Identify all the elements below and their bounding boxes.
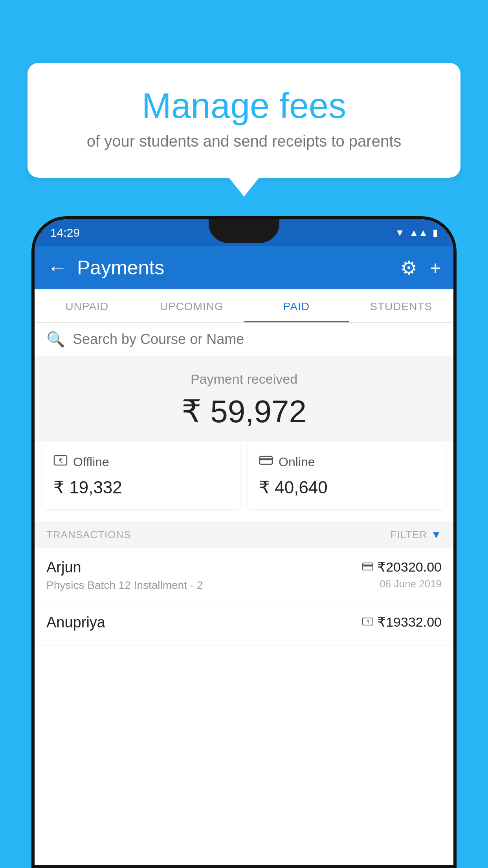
tab-students[interactable]: STUDENTS	[349, 289, 454, 322]
transaction-right-1: ₹20320.00 06 June 2019	[362, 559, 442, 590]
offline-card-icon: ₹	[53, 453, 68, 471]
phone-screen: 14:29 ▼ ▲▲ ▮ ← Payments ⚙ + UNPAID	[35, 219, 453, 865]
svg-text:₹: ₹	[59, 457, 62, 464]
tab-upcoming[interactable]: UPCOMING	[139, 289, 244, 322]
transaction-row-2[interactable]: Anupriya ₹ ₹19332.00	[35, 603, 453, 645]
settings-icon[interactable]: ⚙	[400, 257, 417, 279]
offline-card: ₹ Offline ₹ 19,332	[42, 441, 240, 509]
status-time: 14:29	[50, 226, 80, 239]
transaction-date-1: 06 June 2019	[362, 578, 442, 590]
speech-bubble-card: Manage fees of your students and send re…	[28, 63, 460, 178]
filter-label: FILTER	[391, 529, 427, 541]
offline-card-type: Offline	[73, 455, 109, 469]
transactions-label: TRANSACTIONS	[46, 529, 131, 541]
transaction-course-1: Physics Batch 12 Installment - 2	[46, 579, 203, 592]
transaction-name-2: Anupriya	[46, 614, 105, 631]
offline-card-header: ₹ Offline	[53, 453, 229, 471]
transaction-list: Arjun Physics Batch 12 Installment - 2	[35, 548, 453, 645]
status-bar: 14:29 ▼ ▲▲ ▮	[35, 219, 453, 246]
filter-icon: ▼	[431, 529, 442, 541]
app-bar-title: Payments	[77, 256, 400, 279]
payment-amount: ₹ 59,972	[46, 393, 442, 430]
add-icon[interactable]: +	[430, 257, 441, 279]
svg-rect-3	[260, 458, 272, 460]
svg-text:₹: ₹	[367, 620, 369, 624]
status-icons: ▼ ▲▲ ▮	[395, 227, 438, 238]
transaction-amount-2: ₹19332.00	[377, 614, 442, 630]
app-bar: ← Payments ⚙ +	[35, 246, 453, 289]
online-card-icon	[259, 453, 273, 471]
speech-bubble-subtitle: of your students and send receipts to pa…	[47, 132, 441, 150]
transaction-row[interactable]: Arjun Physics Batch 12 Installment - 2	[35, 548, 453, 603]
app-bar-actions: ⚙ +	[400, 257, 441, 279]
offline-payment-icon-2: ₹	[362, 616, 373, 628]
transaction-right-2: ₹ ₹19332.00	[362, 614, 442, 633]
tab-unpaid[interactable]: UNPAID	[35, 289, 139, 322]
online-card-header: Online	[259, 453, 435, 471]
online-payment-icon-1	[362, 561, 373, 573]
screen-content: 14:29 ▼ ▲▲ ▮ ← Payments ⚙ + UNPAID	[35, 219, 453, 865]
offline-card-amount: ₹ 19,332	[53, 477, 229, 497]
back-button[interactable]: ←	[47, 256, 68, 280]
online-card-amount: ₹ 40,640	[259, 477, 435, 497]
payment-cards-row: ₹ Offline ₹ 19,332	[35, 441, 453, 521]
phone-frame: 14:29 ▼ ▲▲ ▮ ← Payments ⚙ + UNPAID	[31, 216, 457, 868]
online-card: Online ₹ 40,640	[248, 441, 446, 509]
battery-icon: ▮	[433, 227, 438, 238]
transaction-amount-row-2: ₹ ₹19332.00	[362, 614, 442, 630]
payment-section: Payment received ₹ 59,972	[35, 356, 453, 441]
tabs-bar: UNPAID UPCOMING PAID STUDENTS	[35, 289, 453, 323]
svg-rect-5	[363, 565, 373, 566]
search-input[interactable]	[73, 331, 442, 348]
transaction-amount-row-1: ₹20320.00	[362, 559, 442, 575]
transaction-amount-1: ₹20320.00	[377, 559, 442, 575]
notch	[209, 219, 279, 243]
tab-paid[interactable]: PAID	[244, 289, 349, 322]
online-card-type: Online	[279, 455, 315, 469]
transactions-header: TRANSACTIONS FILTER ▼	[35, 521, 453, 548]
filter-button[interactable]: FILTER ▼	[391, 529, 442, 541]
wifi-icon: ▼	[395, 227, 405, 238]
search-icon: 🔍	[46, 331, 65, 348]
transaction-name-1: Arjun	[46, 559, 203, 576]
speech-bubble-title: Manage fees	[47, 86, 441, 125]
transaction-left-1: Arjun Physics Batch 12 Installment - 2	[46, 559, 203, 592]
payment-label: Payment received	[46, 371, 442, 387]
search-bar: 🔍	[35, 323, 453, 356]
transaction-left-2: Anupriya	[46, 614, 105, 634]
signal-icon: ▲▲	[409, 227, 428, 238]
